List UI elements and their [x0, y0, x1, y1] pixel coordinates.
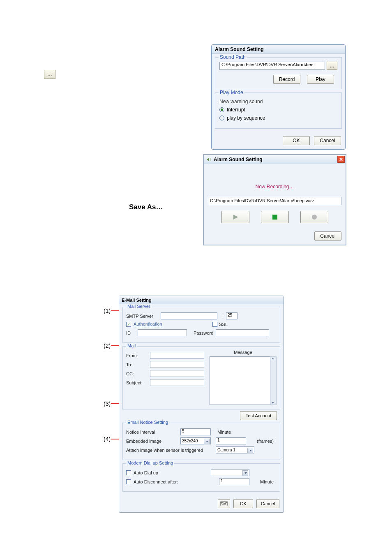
cancel-button[interactable]: Cancel [314, 136, 341, 145]
play-mode-legend: Play Mode [219, 90, 244, 95]
media-record-button[interactable] [300, 211, 328, 223]
svg-rect-6 [225, 502, 226, 503]
subject-label: Subject: [126, 380, 148, 385]
password-input[interactable] [216, 329, 269, 336]
svg-rect-11 [225, 503, 226, 504]
notice-interval-label: Notice Interval [126, 430, 178, 435]
recording-path-input[interactable]: C:\Program Files\DVR\DVR Server\Alarm\be… [208, 197, 341, 205]
mail-legend: Mail [126, 343, 137, 348]
sound-path-group: Sound Path C:\Program Files\DVR\DVR Serv… [215, 57, 342, 89]
email-notice-legend: Email Notice Setting [126, 420, 169, 425]
svg-rect-12 [222, 504, 226, 505]
dial-select[interactable] [211, 469, 249, 476]
scrollbar[interactable] [270, 356, 277, 405]
stop-icon [272, 214, 278, 220]
mail-server-group: Mail Server SMTP Server : 25 ✓ Authentic… [122, 307, 280, 343]
auto-dial-checkbox[interactable] [126, 470, 131, 475]
mail-group: Mail From: To: CC: Subject: Message [122, 346, 280, 409]
ssl-checkbox[interactable] [212, 322, 217, 327]
svg-rect-4 [222, 502, 223, 503]
alarm-recording-dialog: Alarm Sound Setting ✕ Now Recording… C:\… [203, 154, 346, 245]
save-as-label: Save As… [129, 203, 163, 211]
ellipsis-icon: … [47, 72, 52, 77]
svg-rect-7 [226, 502, 227, 503]
svg-rect-9 [223, 503, 224, 504]
speaker-icon [206, 157, 212, 162]
alarm-sound-setting-dialog: Alarm Sound Setting Sound Path C:\Progra… [211, 44, 346, 150]
test-account-button[interactable]: Test Account [240, 411, 277, 420]
media-play-button[interactable] [221, 211, 249, 223]
camera-select[interactable]: Camera 1 [216, 446, 254, 453]
modem-group: Modem Dial up Setting Auto Dial up Auto … [122, 463, 280, 492]
id-input[interactable] [138, 329, 187, 336]
auto-disconnect-checkbox[interactable] [126, 479, 131, 484]
radio-sequence[interactable]: play by sequence [219, 115, 337, 121]
cc-label: CC: [126, 371, 148, 376]
svg-rect-0 [272, 215, 277, 220]
play-button[interactable]: Play [307, 75, 334, 84]
auto-disconnect-label: Auto Disconnect after: [134, 479, 178, 484]
cancel-button[interactable]: Cancel [256, 499, 279, 508]
email-setting-dialog: E-Mail Setting Mail Server SMTP Server :… [119, 296, 284, 513]
close-button[interactable]: ✕ [337, 156, 345, 163]
svg-rect-8 [221, 503, 222, 504]
attach-image-label: Attach image when sensor is triggered [126, 448, 213, 453]
dialog-title: Alarm Sound Setting ✕ [204, 155, 346, 164]
ok-button[interactable]: OK [233, 499, 253, 508]
mail-server-legend: Mail Server [126, 304, 152, 309]
radio-label: play by sequence [227, 115, 265, 121]
browse-button[interactable]: … [327, 62, 337, 70]
frames-input[interactable]: 1 [216, 437, 246, 444]
ellipsis-icon: … [330, 63, 334, 69]
ssl-label: SSL [219, 322, 228, 327]
to-input[interactable] [150, 361, 204, 368]
keyboard-icon [220, 501, 228, 506]
recording-status: Now Recording… [208, 168, 341, 197]
sound-path-legend: Sound Path [219, 54, 247, 60]
auth-label: Authentication [134, 321, 162, 327]
from-label: From: [126, 353, 148, 358]
sound-path-input[interactable]: C:\Program Files\DVR\DVR Server\Alarm\be… [219, 62, 325, 70]
subject-input[interactable] [150, 379, 204, 386]
auto-disconnect-input[interactable]: 1 [219, 478, 249, 485]
keyboard-button[interactable] [218, 499, 230, 508]
media-stop-button[interactable] [261, 211, 289, 223]
smtp-label: SMTP Server [126, 314, 158, 319]
cancel-button[interactable]: Cancel [314, 231, 341, 240]
password-label: Password [194, 331, 213, 335]
dialog-title: E-Mail Setting [119, 296, 284, 304]
dialog-title: Alarm Sound Setting [212, 45, 345, 54]
message-label: Message [210, 350, 277, 355]
from-input[interactable] [150, 352, 204, 359]
auto-dial-label: Auto Dial up [134, 470, 158, 475]
smtp-input[interactable] [161, 312, 217, 319]
radio-icon [219, 116, 224, 120]
resolution-select[interactable]: 352x240 [180, 437, 211, 444]
play-mode-group: Play Mode New warning sound Interrupt pl… [215, 92, 342, 129]
svg-point-1 [312, 215, 317, 220]
ok-button[interactable]: OK [283, 136, 310, 145]
radio-icon [219, 107, 224, 112]
radio-label: Interrupt [227, 107, 245, 113]
port-input[interactable]: 25 [226, 312, 238, 319]
auth-checkbox[interactable]: ✓ [126, 322, 131, 327]
id-label: ID [126, 331, 135, 335]
record-button[interactable]: Record [273, 75, 300, 84]
play-icon [232, 214, 239, 220]
dialog-title-text: Alarm Sound Setting [214, 157, 263, 162]
close-icon: ✕ [339, 157, 343, 162]
svg-rect-10 [224, 503, 225, 504]
radio-interrupt[interactable]: Interrupt [219, 107, 337, 113]
message-textarea[interactable] [210, 356, 270, 405]
port-sep: : [222, 314, 224, 319]
email-notice-group: Email Notice Setting Notice Interval 5 M… [122, 423, 280, 460]
auto-disconnect-unit: Minute [260, 479, 277, 484]
record-icon [311, 214, 318, 220]
frames-unit: (frames) [257, 439, 274, 444]
svg-rect-3 [221, 502, 222, 503]
notice-interval-input[interactable]: 5 [180, 428, 211, 435]
browse-button-small[interactable]: … [44, 70, 55, 79]
cc-input[interactable] [150, 370, 204, 377]
minute-label: Minute [217, 430, 231, 435]
svg-rect-5 [224, 502, 224, 503]
